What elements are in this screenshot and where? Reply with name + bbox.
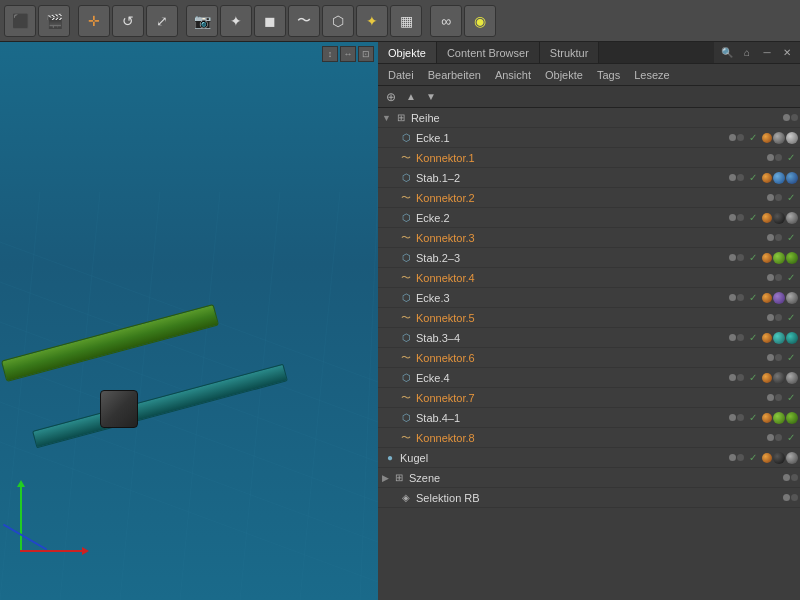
mat2-stab12	[773, 172, 785, 184]
name-stab34: Stab.3–4	[416, 332, 573, 344]
menu-ansicht[interactable]: Ansicht	[489, 65, 537, 85]
dots-kon1	[767, 154, 782, 161]
obj-szene[interactable]: ▶ ⊞ Szene	[378, 468, 800, 488]
y-axis	[20, 485, 22, 550]
check-kon1: ✓	[784, 151, 798, 165]
icon-stab12: ⬡	[398, 170, 414, 186]
svg-line-4	[0, 402, 378, 542]
name-konnektor5: Konnektor.5	[416, 312, 592, 324]
loop-tool-btn[interactable]: ∞	[430, 5, 462, 37]
menu-datei[interactable]: Datei	[382, 65, 420, 85]
name-stab23: Stab.2–3	[416, 252, 573, 264]
obj-stab41[interactable]: ⬡ Stab.4–1 ✓	[378, 408, 800, 428]
viewport[interactable]: ↕ ↔ ⊡	[0, 42, 378, 600]
svg-line-7	[60, 192, 100, 600]
name-ecke3: Ecke.3	[416, 292, 573, 304]
obj-reihe[interactable]: ▼ ⊞ Reihe	[378, 108, 800, 128]
right-panel: Objekte Content Browser Struktur 🔍 ⌂ ─ ✕…	[378, 42, 800, 600]
name-konnektor3: Konnektor.3	[416, 232, 592, 244]
name-szene: Szene	[409, 472, 596, 484]
scene-tool-btn[interactable]: ▦	[390, 5, 422, 37]
name-stab41: Stab.4–1	[416, 412, 573, 424]
main-area: ↕ ↔ ⊡ Objekte Content Browser Struktur 🔍…	[0, 42, 800, 600]
icon-ecke2: ⬡	[398, 210, 414, 226]
mat3-ecke1	[786, 132, 798, 144]
menu-leseze[interactable]: Leseze	[628, 65, 675, 85]
name-ecke4: Ecke.4	[416, 372, 573, 384]
name-konnektor1: Konnektor.1	[416, 152, 592, 164]
name-konnektor6: Konnektor.6	[416, 352, 592, 364]
toolbar: ⬛ 🎬 ✛ ↺ ⤢ 📷 ✦ ◼ 〜 ⬡ ✦ ▦ ∞ ◉	[0, 0, 800, 42]
layer-icon[interactable]: ⊕	[382, 88, 400, 106]
object-list[interactable]: ▼ ⊞ Reihe ⬡ Ecke.1 ✓	[378, 108, 800, 600]
expand-reihe[interactable]: ▼	[382, 113, 391, 123]
obj-ecke1[interactable]: ⬡ Ecke.1 ✓	[378, 128, 800, 148]
obj-ecke4[interactable]: ⬡ Ecke.4 ✓	[378, 368, 800, 388]
menu-objekte[interactable]: Objekte	[539, 65, 589, 85]
obj-ecke2[interactable]: ⬡ Ecke.2 ✓	[378, 208, 800, 228]
mat1-ecke1	[762, 133, 772, 143]
expand-szene[interactable]: ▶	[382, 473, 389, 483]
close-icon[interactable]: ✕	[778, 44, 796, 62]
mat2-ecke1	[773, 132, 785, 144]
obj-ecke3[interactable]: ⬡ Ecke.3 ✓	[378, 288, 800, 308]
mat3-stab12	[786, 172, 798, 184]
film-tool-btn[interactable]: 🎬	[38, 5, 70, 37]
obj-konnektor5[interactable]: 〜 Konnektor.5 ✓	[378, 308, 800, 328]
particle-tool-btn[interactable]: ✦	[356, 5, 388, 37]
light-tool-btn[interactable]: ✦	[220, 5, 252, 37]
camera-tool-btn[interactable]: 📷	[186, 5, 218, 37]
vp-move-btn[interactable]: ↔	[340, 46, 356, 62]
menu-tags[interactable]: Tags	[591, 65, 626, 85]
svg-line-10	[240, 192, 280, 600]
up-icon[interactable]: ▲	[402, 88, 420, 106]
icon-row: ⊕ ▲ ▼	[378, 86, 800, 108]
obj-stab23[interactable]: ⬡ Stab.2–3 ✓	[378, 248, 800, 268]
tab-content-browser[interactable]: Content Browser	[437, 42, 540, 63]
obj-konnektor1[interactable]: 〜 Konnektor.1 ✓	[378, 148, 800, 168]
obj-stab12[interactable]: ⬡ Stab.1–2 ✓	[378, 168, 800, 188]
name-konnektor8: Konnektor.8	[416, 432, 592, 444]
spline-tool-btn[interactable]: 〜	[288, 5, 320, 37]
bulb-tool-btn[interactable]: ◉	[464, 5, 496, 37]
vp-fit-btn[interactable]: ⊡	[358, 46, 374, 62]
tab-objekte[interactable]: Objekte	[378, 42, 437, 63]
menu-bearbeiten[interactable]: Bearbeiten	[422, 65, 487, 85]
svg-line-5	[0, 442, 378, 582]
icon-konnektor2: 〜	[398, 190, 414, 206]
svg-line-11	[300, 192, 340, 600]
icon-konnektor1: 〜	[398, 150, 414, 166]
obj-konnektor6[interactable]: 〜 Konnektor.6 ✓	[378, 348, 800, 368]
dots-reihe	[783, 114, 798, 121]
icon-ecke1: ⬡	[398, 130, 414, 146]
rotate-tool-btn[interactable]: ↺	[112, 5, 144, 37]
name-reihe: Reihe	[411, 112, 597, 124]
down-icon[interactable]: ▼	[422, 88, 440, 106]
vp-arrows-btn[interactable]: ↕	[322, 46, 338, 62]
tab-struktur[interactable]: Struktur	[540, 42, 600, 63]
name-stab12: Stab.1–2	[416, 172, 573, 184]
search-icon[interactable]: 🔍	[718, 44, 736, 62]
deform-tool-btn[interactable]: ⬡	[322, 5, 354, 37]
minimize-icon[interactable]: ─	[758, 44, 776, 62]
x-arrow	[82, 547, 89, 555]
home-icon[interactable]: ⌂	[738, 44, 756, 62]
obj-stab34[interactable]: ⬡ Stab.3–4 ✓	[378, 328, 800, 348]
obj-selektion[interactable]: ◈ Selektion RB	[378, 488, 800, 508]
scale-tool-btn[interactable]: ⤢	[146, 5, 178, 37]
menu-row: Datei Bearbeiten Ansicht Objekte Tags Le…	[378, 64, 800, 86]
y-arrow	[17, 480, 25, 487]
check-ecke1: ✓	[746, 131, 760, 145]
connector-box	[100, 390, 138, 428]
cube-tool-btn[interactable]: ⬛	[4, 5, 36, 37]
obj-konnektor3[interactable]: 〜 Konnektor.3 ✓	[378, 228, 800, 248]
obj-konnektor4[interactable]: 〜 Konnektor.4 ✓	[378, 268, 800, 288]
name-konnektor4: Konnektor.4	[416, 272, 592, 284]
obj-konnektor2[interactable]: 〜 Konnektor.2 ✓	[378, 188, 800, 208]
obj-konnektor7[interactable]: 〜 Konnektor.7 ✓	[378, 388, 800, 408]
obj-konnektor8[interactable]: 〜 Konnektor.8 ✓	[378, 428, 800, 448]
poly-tool-btn[interactable]: ◼	[254, 5, 286, 37]
move-tool-btn[interactable]: ✛	[78, 5, 110, 37]
obj-kugel[interactable]: ● Kugel ✓	[378, 448, 800, 468]
x-axis	[20, 550, 85, 552]
